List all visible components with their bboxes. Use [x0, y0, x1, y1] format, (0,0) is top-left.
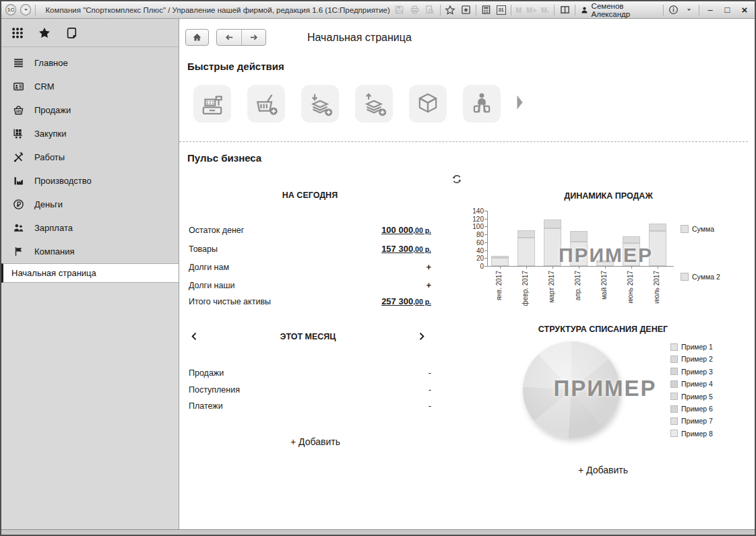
maximize-button[interactable]: □ — [721, 5, 733, 15]
sidebar-empty-area — [1, 283, 179, 529]
sidebar-item-production[interactable]: Производство — [1, 169, 179, 193]
sections-menu: ГлавноеCRMПродажиЗакупкиРаботыПроизводст… — [1, 47, 179, 263]
legend-swatch — [670, 368, 678, 375]
today-row: Долги наши+ — [189, 280, 431, 290]
month-heading: ЭТОТ МЕСЯЦ — [199, 332, 417, 341]
pie-legend-item: Пример 1 — [670, 343, 713, 351]
sections-grid-icon[interactable] — [11, 26, 24, 40]
crm-card-icon — [13, 81, 24, 92]
today-heading: НА СЕГОДНЯ — [189, 191, 431, 200]
chevron-down-icon[interactable] — [683, 4, 694, 15]
prev-month-icon[interactable] — [190, 331, 199, 341]
quick-action-money-in[interactable] — [301, 85, 339, 123]
titlebar-toolbar: 31 M M+ M- Семенов Александр – □ × — [394, 2, 751, 18]
sidebar-item-label: Работы — [34, 152, 65, 162]
month-add-button[interactable]: + Добавить — [189, 436, 442, 447]
divider — [440, 5, 441, 15]
memory-mplus-button: M+ — [526, 6, 536, 14]
info-icon[interactable] — [668, 4, 679, 15]
sidebar-item-label: Зарплата — [34, 223, 73, 233]
forward-button[interactable] — [241, 30, 265, 45]
month-row-value: - — [429, 384, 431, 395]
quick-actions-heading: Быстрые действия — [187, 61, 284, 72]
favorites-icon[interactable] — [38, 26, 51, 40]
pie-legend-item: Пример 3 — [670, 368, 713, 376]
basket-add-icon — [253, 91, 279, 116]
sidebar: ГлавноеCRMПродажиЗакупкиРаботыПроизводст… — [1, 19, 179, 529]
pie-add-button[interactable]: + Добавить — [482, 465, 724, 475]
legend-swatch — [681, 273, 689, 281]
sidebar-item-crm[interactable]: CRM — [1, 75, 179, 98]
favorites-star-icon[interactable] — [445, 4, 455, 15]
quick-action-goods[interactable] — [409, 85, 447, 123]
back-button[interactable] — [217, 30, 241, 45]
refresh-icon[interactable] — [451, 174, 462, 185]
print-preview-icon — [424, 4, 435, 15]
bar-янв. 2017 — [491, 256, 509, 266]
minimize-button[interactable]: – — [704, 5, 716, 15]
sidebar-item-label: Производство — [34, 176, 92, 186]
bar-watermark: ПРИМЕР — [559, 244, 653, 267]
legend-swatch — [670, 356, 678, 363]
today-row-value[interactable]: + — [426, 262, 431, 272]
split-window-icon[interactable] — [559, 4, 570, 15]
current-user[interactable]: Семенов Александр — [580, 2, 658, 18]
pie-legend-item: Пример 7 — [670, 417, 713, 425]
tab-home-page[interactable]: Начальная страница — [1, 263, 179, 283]
month-row-value: - — [429, 368, 431, 378]
bar-февр. 2017 — [517, 230, 535, 266]
sidebar-item-main[interactable]: Главное — [1, 51, 179, 75]
sidebar-item-label: Компания — [34, 246, 75, 257]
history-nav — [216, 29, 266, 46]
sidebar-item-purchases[interactable]: Закупки — [1, 122, 179, 145]
quick-action-money-out[interactable] — [355, 85, 393, 123]
money-out-icon — [361, 91, 387, 116]
pie-legend-item: Пример 8 — [670, 430, 713, 438]
today-row-value-link[interactable]: 100 000,00 р. — [381, 225, 431, 235]
close-button[interactable]: × — [738, 4, 751, 15]
sidebar-item-sales[interactable]: Продажи — [1, 98, 179, 122]
sidebar-item-works[interactable]: Работы — [1, 145, 179, 169]
people-icon — [13, 222, 24, 234]
sidebar-item-money[interactable]: Деньги — [1, 193, 179, 216]
today-row-value-link[interactable]: 257 300,00 р. — [381, 296, 431, 306]
quick-action-courier[interactable] — [463, 85, 501, 123]
sidebar-item-label: Главное — [34, 58, 68, 68]
history-icon[interactable] — [65, 26, 78, 40]
next-month-icon[interactable] — [417, 331, 426, 341]
divider — [35, 5, 36, 15]
calendar-icon[interactable]: 31 — [497, 5, 506, 15]
main-menu-dropdown[interactable] — [20, 4, 31, 15]
home-button[interactable] — [185, 29, 209, 46]
pie-legend-item: Пример 6 — [670, 405, 713, 413]
pie-legend-item: Пример 2 — [670, 355, 713, 363]
month-row-value: - — [429, 401, 431, 411]
month-row: Поступления- — [189, 384, 431, 395]
sidebar-item-company[interactable]: Компания — [1, 240, 179, 263]
today-row-label: Итого чистые активы — [189, 297, 271, 306]
quick-action-cash-register[interactable] — [193, 85, 231, 123]
legend-swatch — [670, 417, 678, 425]
month-row-label: Платежи — [189, 401, 223, 411]
more-actions-chevron-icon[interactable] — [516, 94, 524, 110]
pie-legend-item: Пример 5 — [670, 393, 713, 401]
today-row-value-link[interactable]: 157 300,00 р. — [381, 244, 431, 254]
titlebar: 1С Компания "Спорткомплекс Плюс" / Управ… — [1, 1, 755, 19]
tab-home-page-label: Начальная страница — [11, 268, 96, 278]
quick-action-new-sale[interactable] — [247, 85, 285, 123]
legend-swatch — [670, 343, 678, 351]
today-row-value[interactable]: + — [426, 280, 431, 290]
month-nav: ЭТОТ МЕСЯЦ — [190, 331, 426, 341]
bar-x-label: апр. 2017 — [574, 271, 581, 308]
window-bottom-frame — [1, 529, 755, 535]
lines-icon — [13, 57, 24, 69]
flag-icon — [13, 246, 24, 257]
calculator-icon[interactable] — [481, 4, 492, 15]
sidebar-item-salary[interactable]: Зарплата — [1, 216, 179, 240]
sidebar-item-label: Закупки — [34, 129, 66, 139]
app-logo-icon[interactable]: 1С — [5, 4, 16, 15]
quick-actions-row — [193, 85, 501, 123]
legend-swatch — [670, 430, 678, 437]
today-row-label: Долги наши — [189, 281, 234, 290]
add-favorite-icon[interactable] — [460, 4, 471, 15]
